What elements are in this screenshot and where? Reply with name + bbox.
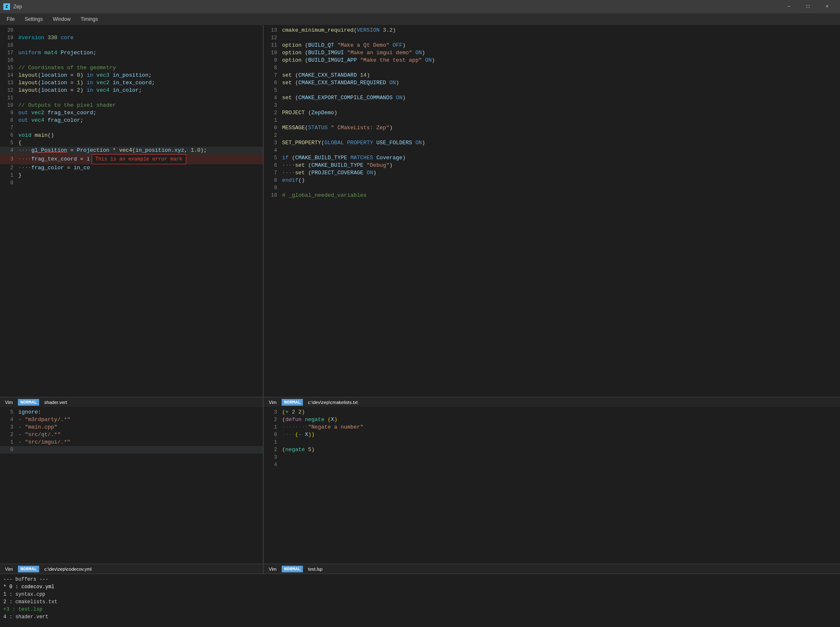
- buffer-item-0[interactable]: * 0 : codecov.yml: [3, 583, 837, 591]
- code-line: 0 MESSAGE(STATUS " CMakeLists: Zep"): [264, 124, 840, 132]
- top-right-editor[interactable]: 13 cmake_minimum_required(VERSION 3.2) 1…: [263, 25, 840, 407]
- code-line: 4: [264, 461, 840, 469]
- mode-badge: NORMAL: [282, 566, 303, 572]
- bottom-panel: --- buffers --- * 0 : codecov.yml 1 : sy…: [0, 574, 840, 627]
- vim-label: Vim: [267, 400, 278, 405]
- menu-file[interactable]: File: [2, 15, 20, 24]
- top-left-content[interactable]: 20 19 #version 330 core 18 17 uniform ma…: [0, 25, 263, 397]
- code-line: 5 {: [0, 139, 263, 147]
- code-line: 5 if (CMAKE_BUILD_TYPE MATCHES Coverage): [264, 154, 840, 162]
- vim-label: Vim: [267, 567, 278, 572]
- code-line: 7: [0, 124, 263, 132]
- code-line: 1: [264, 439, 840, 446]
- code-line: 4: [264, 147, 840, 154]
- top-left-editor[interactable]: 20 19 #version 330 core 18 17 uniform ma…: [0, 25, 263, 407]
- code-line-highlighted: 4 ····gl_Position = Projection * vec4(in…: [0, 147, 263, 154]
- code-line-active: 0: [0, 446, 263, 454]
- code-line: 6 set (CMAKE_CXX_STANDARD_REQUIRED ON): [264, 79, 840, 87]
- mode-badge: NORMAL: [282, 399, 303, 406]
- code-line: 12 layout(location = 2) in vec4 in_color…: [0, 87, 263, 94]
- bottom-right-editor[interactable]: 3 (+ 2 2) 2 (defun negate (X) 1 ········…: [263, 407, 840, 574]
- filename: c:\dev\zep\cmakelists.txt: [306, 400, 359, 405]
- code-line: 5 ignore:: [0, 409, 263, 416]
- code-line: 14 layout(location = 0) in vec3 in_posit…: [0, 72, 263, 79]
- code-line: 0 ····(- X)): [264, 431, 840, 439]
- menu-timings[interactable]: Timings: [75, 15, 103, 24]
- app-icon: Z: [3, 3, 10, 10]
- editors-container: 20 19 #version 330 core 18 17 uniform ma…: [0, 25, 840, 574]
- code-line: 1 ········"Negate a number": [264, 424, 840, 431]
- bottom-left-status: Vim NORMAL c:\dev\zep\codecov.yml: [0, 564, 263, 574]
- code-line: 5: [264, 87, 840, 94]
- code-line: 0: [0, 179, 263, 187]
- top-left-status: Vim NORMAL shader.vert: [0, 397, 263, 407]
- code-line: 7 set (CMAKE_CXX_STANDARD 14): [264, 72, 840, 79]
- error-tooltip: This is an example error mark: [92, 154, 186, 164]
- maximize-button[interactable]: □: [798, 0, 818, 13]
- title-bar: Z Zep − □ ×: [0, 0, 840, 13]
- bottom-right-status: Vim NORMAL test.lsp: [264, 564, 840, 574]
- code-line: 13 cmake_minimum_required(VERSION 3.2): [264, 27, 840, 34]
- code-line: 8 endif(): [264, 177, 840, 184]
- buffer-item-3[interactable]: +3 : test.lsp: [3, 606, 837, 613]
- code-line: 9 out vec2 frag_tex_coord;: [0, 109, 263, 117]
- bottom-left-content[interactable]: 5 ignore: 4 - "m3rdparty/.*" 3 - "main.c…: [0, 407, 263, 564]
- close-button[interactable]: ×: [818, 0, 837, 13]
- code-line: 7 ····set (PROJECT_COVERAGE ON): [264, 169, 840, 177]
- code-line: 16: [0, 57, 263, 64]
- menu-window[interactable]: Window: [48, 15, 76, 24]
- menu-settings[interactable]: Settings: [20, 15, 48, 24]
- code-line: 3 SET_PROPERTY(GLOBAL PROPERTY USE_FOLDE…: [264, 139, 840, 147]
- code-line: 1 }: [0, 172, 263, 179]
- buffer-item-1[interactable]: 1 : syntax.cpp: [3, 591, 837, 598]
- bottom-left-editor[interactable]: 5 ignore: 4 - "m3rdparty/.*" 3 - "main.c…: [0, 407, 263, 574]
- window-controls: − □ ×: [779, 0, 837, 13]
- minimize-button[interactable]: −: [779, 0, 798, 13]
- code-line: 9: [264, 184, 840, 192]
- code-line: 2 (negate 5): [264, 446, 840, 454]
- code-line: 15 // Coordinates of the geometry: [0, 64, 263, 72]
- code-line: 11: [0, 94, 263, 102]
- code-line: 11 option (BUILD_QT "Make a Qt Demo" OFF…: [264, 42, 840, 49]
- code-line: 6 void main(): [0, 132, 263, 139]
- code-line: 3: [264, 454, 840, 461]
- code-line: 3 - "main.cpp": [0, 424, 263, 431]
- vim-label: Vim: [3, 400, 15, 405]
- filename: shader.vert: [42, 400, 68, 405]
- mode-badge: NORMAL: [18, 566, 40, 572]
- code-line: 4 set (CMAKE_EXPORT_COMPILE_COMMANDS ON): [264, 94, 840, 102]
- code-line: 13 layout(location = 1) in vec2 in_tex_c…: [0, 79, 263, 87]
- code-line: 1 - "src/imgui/.*": [0, 439, 263, 446]
- app-title: Zep: [13, 4, 22, 10]
- buffer-item-4[interactable]: 4 : shader.vert: [3, 613, 837, 621]
- code-line: 6 ····set (CMAKE_BUILD_TYPE "Debug"): [264, 162, 840, 169]
- code-line: 8 out vec4 frag_color;: [0, 117, 263, 124]
- code-line: 3: [264, 102, 840, 109]
- code-line: 10 option (BUILD_IMGUI "Make an imgui de…: [264, 49, 840, 57]
- code-line: 19 #version 330 core: [0, 34, 263, 42]
- code-line: 9 option (BUILD_IMGUI_APP "Make the test…: [264, 57, 840, 64]
- top-editors: 20 19 #version 330 core 18 17 uniform ma…: [0, 25, 840, 407]
- code-line: 2 - "src/qt/.*": [0, 431, 263, 439]
- code-line: 1: [264, 117, 840, 124]
- mode-badge: NORMAL: [18, 399, 40, 406]
- code-line: 2: [264, 132, 840, 139]
- buffer-item-2[interactable]: 2 : cmakelists.txt: [3, 598, 837, 606]
- code-line: 3 (+ 2 2): [264, 409, 840, 416]
- code-line: 18: [0, 42, 263, 49]
- bottom-right-content[interactable]: 3 (+ 2 2) 2 (defun negate (X) 1 ········…: [264, 407, 840, 564]
- code-line: 2 ····frag_color = in_co: [0, 164, 263, 172]
- filename: c:\dev\zep\codecov.yml: [42, 567, 93, 572]
- bottom-editors: 5 ignore: 4 - "m3rdparty/.*" 3 - "main.c…: [0, 407, 840, 574]
- code-line: 17 uniform mat4 Projection;: [0, 49, 263, 57]
- code-line: 4 - "m3rdparty/.*": [0, 416, 263, 424]
- top-right-content[interactable]: 13 cmake_minimum_required(VERSION 3.2) 1…: [264, 25, 840, 397]
- menu-bar: File Settings Window Timings: [0, 13, 840, 25]
- code-line: 2 (defun negate (X): [264, 416, 840, 424]
- code-line: 8: [264, 64, 840, 72]
- code-line: 2 PROJECT (ZepDemo): [264, 109, 840, 117]
- code-line: 20: [0, 27, 263, 34]
- vim-label: Vim: [3, 567, 15, 572]
- buffers-title: --- buffers ---: [3, 576, 837, 583]
- buffers-section: --- buffers --- * 0 : codecov.yml 1 : sy…: [3, 576, 837, 621]
